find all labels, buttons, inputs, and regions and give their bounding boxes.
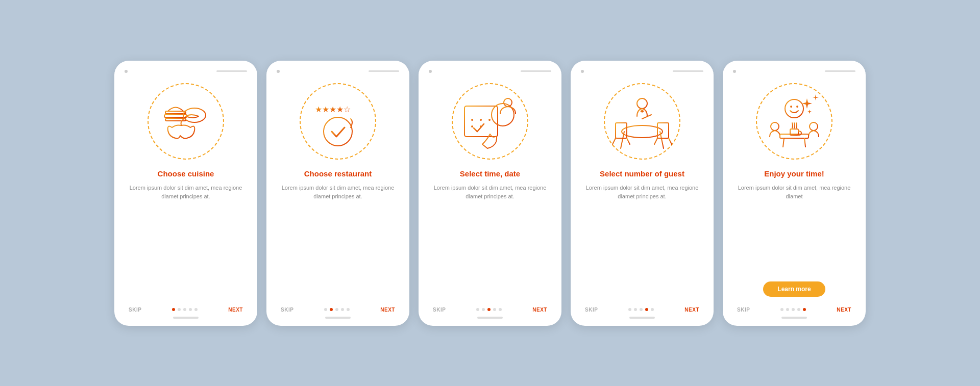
svg-line-26 xyxy=(660,132,664,148)
dot-4-2 xyxy=(341,308,344,311)
top-line-3 xyxy=(521,70,551,72)
svg-text:★★★★☆: ★★★★☆ xyxy=(315,105,351,114)
screen-card-2: ★★★★☆ Choose restaurant Lorem ipsum dol xyxy=(266,61,409,326)
dots-nav-1 xyxy=(172,308,198,311)
dot-2-4 xyxy=(634,308,637,311)
dot-1-3 xyxy=(476,308,479,311)
enjoy-icon xyxy=(758,88,830,155)
dots-nav-2 xyxy=(324,308,350,311)
status-dot-2 xyxy=(277,70,280,73)
top-bar-2 xyxy=(277,70,399,73)
status-dot xyxy=(125,70,128,73)
card-body-2: Lorem ipsum dolor sit dim amet, mea regi… xyxy=(277,184,399,200)
dot-2-3 xyxy=(482,308,485,311)
datetime-icon xyxy=(454,88,526,155)
card-body-4: Lorem ipsum dolor sit dim amet, mea regi… xyxy=(581,184,703,200)
card-body-1: Lorem ipsum dolor sit dim amet, mea regi… xyxy=(125,184,247,200)
svg-line-44 xyxy=(804,138,805,147)
svg-point-16 xyxy=(480,119,482,121)
top-bar-4 xyxy=(581,70,703,73)
skip-button-1[interactable]: SKIP xyxy=(129,307,141,313)
dot-5-4 xyxy=(651,308,654,311)
dots-nav-4 xyxy=(628,308,654,311)
card-bottom-2: SKIP NEXT xyxy=(277,307,399,313)
svg-point-39 xyxy=(796,106,798,108)
screen-card-3: Select time, date Lorem ipsum dolor sit … xyxy=(419,61,561,326)
screen-card-4: Select number of guest Lorem ipsum dolor… xyxy=(571,61,714,326)
card-title-5: Enjoy your time! xyxy=(764,169,824,179)
svg-point-17 xyxy=(488,119,491,121)
next-button-5[interactable]: NEXT xyxy=(837,307,851,313)
svg-point-23 xyxy=(504,98,512,107)
dot-2 xyxy=(178,308,181,311)
card-body-3: Lorem ipsum dolor sit dim amet, mea regi… xyxy=(429,184,551,200)
card-bottom-5: SKIP NEXT xyxy=(733,307,855,313)
dot-4-4 xyxy=(645,308,648,311)
bottom-handle-5 xyxy=(781,317,807,319)
card-title-4: Select number of guest xyxy=(600,169,684,179)
top-line-2 xyxy=(369,70,399,72)
skip-button-5[interactable]: SKIP xyxy=(737,307,750,313)
next-button-4[interactable]: NEXT xyxy=(684,307,699,313)
top-line-5 xyxy=(825,70,855,72)
next-button-3[interactable]: NEXT xyxy=(532,307,547,313)
svg-line-28 xyxy=(612,138,616,144)
svg-rect-30 xyxy=(657,123,669,138)
svg-line-25 xyxy=(621,132,624,148)
skip-button-4[interactable]: SKIP xyxy=(585,307,598,313)
dot-3-4 xyxy=(640,308,643,311)
dot-1-4 xyxy=(628,308,631,311)
top-bar-5 xyxy=(733,70,855,73)
icon-area-cuisine xyxy=(142,78,229,165)
bottom-handle-4 xyxy=(629,317,655,319)
svg-line-29 xyxy=(627,138,630,144)
dot-4 xyxy=(189,308,192,311)
next-button-1[interactable]: NEXT xyxy=(228,307,243,313)
svg-line-31 xyxy=(654,138,657,144)
dot-5 xyxy=(194,308,198,311)
dot-5-2 xyxy=(347,308,350,311)
top-line xyxy=(216,70,247,72)
status-dot-5 xyxy=(733,70,736,73)
status-dot-4 xyxy=(581,70,584,73)
svg-point-5 xyxy=(324,117,352,146)
svg-line-43 xyxy=(783,138,784,147)
bottom-handle-3 xyxy=(477,317,503,319)
dot-3-2 xyxy=(335,308,338,311)
card-title-2: Choose restaurant xyxy=(304,169,372,179)
card-body-5: Lorem ipsum dolor sit dim amet, mea regi… xyxy=(733,184,855,200)
card-title-1: Choose cuisine xyxy=(158,169,214,179)
cuisine-icon xyxy=(153,91,219,152)
dot-4-3 xyxy=(493,308,496,311)
card-title-3: Select time, date xyxy=(460,169,520,179)
icon-area-guest xyxy=(599,78,685,165)
bottom-handle-2 xyxy=(325,317,351,319)
svg-rect-27 xyxy=(616,123,627,138)
svg-point-33 xyxy=(637,98,647,109)
icon-area-restaurant: ★★★★☆ xyxy=(295,78,381,165)
status-dot-3 xyxy=(429,70,432,73)
dot-3-3 xyxy=(487,308,491,311)
dot-3-5 xyxy=(792,308,795,311)
svg-point-41 xyxy=(810,122,818,131)
learn-more-button[interactable]: Learn more xyxy=(763,281,825,297)
top-line-4 xyxy=(673,70,703,72)
svg-point-18 xyxy=(471,125,473,127)
next-button-2[interactable]: NEXT xyxy=(380,307,395,313)
dot-1-2 xyxy=(324,308,327,311)
dot-2-2 xyxy=(330,308,333,311)
card-bottom-4: SKIP NEXT xyxy=(581,307,703,313)
svg-point-15 xyxy=(471,119,473,121)
dots-nav-5 xyxy=(780,308,806,311)
svg-point-38 xyxy=(790,106,792,108)
skip-button-3[interactable]: SKIP xyxy=(433,307,446,313)
skip-button-2[interactable]: SKIP xyxy=(281,307,293,313)
icon-area-enjoy xyxy=(751,78,838,165)
svg-rect-0 xyxy=(165,111,186,114)
card-bottom-1: SKIP NEXT xyxy=(125,307,247,313)
screen-card-5: Enjoy your time! Lorem ipsum dolor sit d… xyxy=(723,61,866,326)
screens-container: Choose cuisine Lorem ipsum dolor sit dim… xyxy=(94,45,886,341)
card-bottom-3: SKIP NEXT xyxy=(429,307,551,313)
bottom-handle-1 xyxy=(173,317,199,319)
dot-4-5 xyxy=(797,308,800,311)
